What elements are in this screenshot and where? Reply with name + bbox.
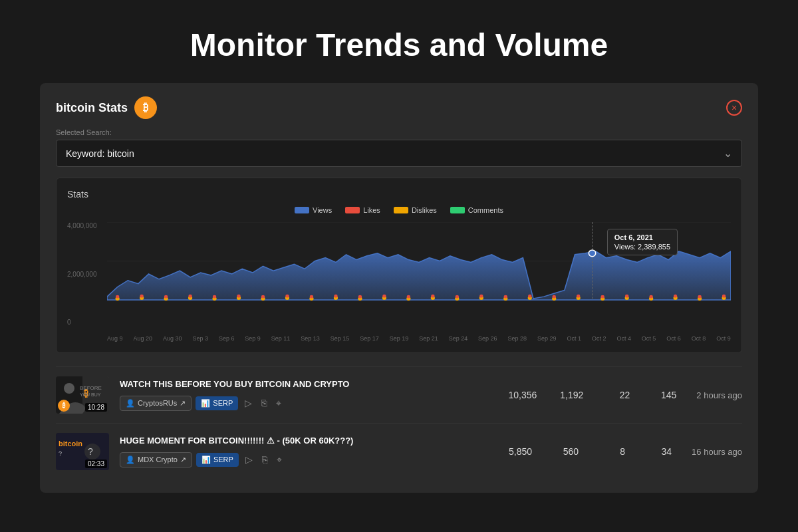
svg-point-51 (650, 295, 653, 299)
chart-x-labels: Aug 9 Aug 20 Aug 30 Sep 3 Sep 6 Sep 9 Se… (107, 335, 731, 342)
svg-point-50 (625, 295, 628, 298)
serp-label-1: SERP (213, 399, 233, 407)
svg-point-47 (553, 295, 556, 299)
video-title-2: HUGE MOMENT FOR BITCOIN!!!!!!! ⚠ - (50K … (120, 436, 495, 447)
video-thumb-1: ₿ BEFORE YOU BUY 10:28 ₿ (56, 376, 109, 414)
main-panel: bitcoin Stats ₿ × Selected Search: Keywo… (40, 83, 758, 493)
svg-point-35 (261, 295, 265, 299)
chart-area: 4,000,000 2,000,000 0 (67, 222, 731, 342)
legend-dislikes-color (394, 207, 408, 213)
svg-point-49 (601, 295, 604, 299)
svg-point-39 (358, 295, 362, 299)
legend-comments-label: Comments (468, 206, 503, 214)
svg-point-43 (456, 295, 459, 299)
serp-icon-2: 📊 (201, 456, 211, 464)
svg-point-30 (140, 295, 144, 298)
search-select-dropdown[interactable]: Keyword: bitcoin ⌄ (56, 140, 742, 167)
page-header: Monitor Trends and Volume (0, 0, 798, 83)
svg-point-44 (479, 295, 483, 298)
legend-views-label: Views (313, 206, 332, 214)
video-thumb-2: bitcoin ? ? 02:33 (56, 433, 109, 470)
video-actions-2: 👤 MDX Crypto ↗ 📊 SERP ▷ ⎘ ⌖ (120, 452, 495, 467)
time-ago-1: 2 hours ago (696, 390, 742, 400)
svg-point-34 (237, 295, 240, 298)
svg-text:?: ? (59, 450, 62, 457)
thumb-bitcoin-1: ₿ (58, 400, 70, 412)
tag-button-1[interactable]: ⌖ (273, 396, 284, 410)
svg-text:?: ? (88, 446, 93, 457)
external-link-icon-1: ↗ (180, 399, 186, 408)
external-link-icon-2: ↗ (180, 456, 186, 464)
svg-point-31 (164, 295, 168, 299)
chart-legend: Views Likes Dislikes Comments (67, 206, 731, 214)
panel-header: bitcoin Stats ₿ × (56, 96, 742, 119)
svg-point-42 (431, 295, 434, 298)
svg-text:YOU BUY: YOU BUY (80, 392, 101, 397)
serp-button-1[interactable]: 📊 SERP (196, 396, 238, 410)
panel-title-area: bitcoin Stats ₿ (56, 96, 157, 119)
comments-1: 145 (650, 390, 676, 400)
legend-comments-color (450, 207, 465, 213)
video-item-1: ₿ BEFORE YOU BUY 10:28 ₿ WATCH THIS BEFO… (56, 366, 742, 423)
svg-point-48 (577, 295, 580, 298)
video-duration-2: 02:33 (85, 460, 107, 468)
video-stats-1: 10,356 1,192 22 145 2 hours ago (509, 390, 743, 400)
video-item-2: bitcoin ? ? 02:33 HUGE MOMENT FOR BITCOI… (56, 423, 742, 479)
views-2: 5,850 (505, 446, 532, 457)
copy-button-1[interactable]: ⎘ (259, 396, 269, 410)
svg-text:BEFORE: BEFORE (80, 385, 102, 391)
legend-views-color (295, 207, 309, 213)
channel-button-2[interactable]: 👤 MDX Crypto ↗ (120, 452, 192, 467)
dislikes-1: 22 (603, 390, 630, 400)
svg-point-32 (188, 295, 192, 298)
legend-dislikes: Dislikes (394, 206, 437, 214)
svg-point-52 (674, 295, 677, 298)
svg-point-46 (528, 295, 531, 298)
channel-icon-1: 👤 (126, 399, 135, 408)
svg-point-38 (334, 295, 337, 298)
legend-dislikes-label: Dislikes (412, 206, 437, 214)
svg-point-29 (116, 295, 119, 299)
legend-views: Views (295, 206, 332, 214)
play-button-1[interactable]: ▷ (242, 396, 255, 410)
page-title: Monitor Trends and Volume (13, 27, 785, 63)
svg-point-40 (382, 295, 386, 298)
search-label: Selected Search: (56, 128, 742, 136)
svg-point-45 (504, 295, 507, 299)
video-info-1: WATCH THIS BEFORE YOU BUY BITCOIN AND CR… (120, 379, 498, 411)
tag-button-2[interactable]: ⌖ (274, 453, 285, 467)
dislikes-2: 8 (598, 446, 625, 457)
svg-text:bitcoin: bitcoin (59, 440, 82, 448)
likes-1: 1,192 (557, 390, 583, 400)
play-button-2[interactable]: ▷ (243, 453, 255, 466)
legend-comments: Comments (450, 206, 503, 214)
channel-icon-2: 👤 (126, 456, 135, 464)
channel-button-1[interactable]: 👤 CryptosRUs ↗ (120, 396, 192, 411)
channel-name-2: MDX Crypto (138, 456, 178, 464)
chevron-down-icon: ⌄ (724, 147, 732, 160)
chart-svg (107, 222, 731, 326)
channel-name-1: CryptosRUs (138, 399, 177, 407)
svg-point-41 (407, 295, 410, 299)
serp-button-2[interactable]: 📊 SERP (196, 453, 239, 467)
video-stats-2: 5,850 560 8 34 16 hours ago (505, 446, 742, 457)
copy-button-2[interactable]: ⎘ (259, 453, 270, 466)
serp-icon-1: 📊 (201, 399, 210, 408)
svg-point-33 (213, 295, 216, 299)
svg-point-53 (698, 295, 701, 299)
views-1: 10,356 (509, 390, 537, 400)
panel-title: bitcoin Stats (56, 101, 128, 115)
bitcoin-icon: ₿ (134, 96, 157, 119)
video-info-2: HUGE MOMENT FOR BITCOIN!!!!!!! ⚠ - (50K … (120, 436, 495, 467)
video-title-1: WATCH THIS BEFORE YOU BUY BITCOIN AND CR… (120, 379, 498, 390)
svg-point-37 (310, 295, 313, 299)
time-ago-2: 16 hours ago (692, 447, 742, 457)
chart-title: Stats (67, 189, 731, 200)
svg-point-59 (64, 383, 74, 394)
close-button[interactable]: × (726, 100, 742, 116)
svg-point-36 (285, 295, 289, 298)
likes-2: 560 (552, 446, 579, 457)
stats-chart-container: Stats Views Likes Dislikes Comments 4, (56, 178, 742, 353)
legend-likes-color (345, 207, 360, 213)
search-value: Keyword: bitcoin (66, 148, 134, 159)
